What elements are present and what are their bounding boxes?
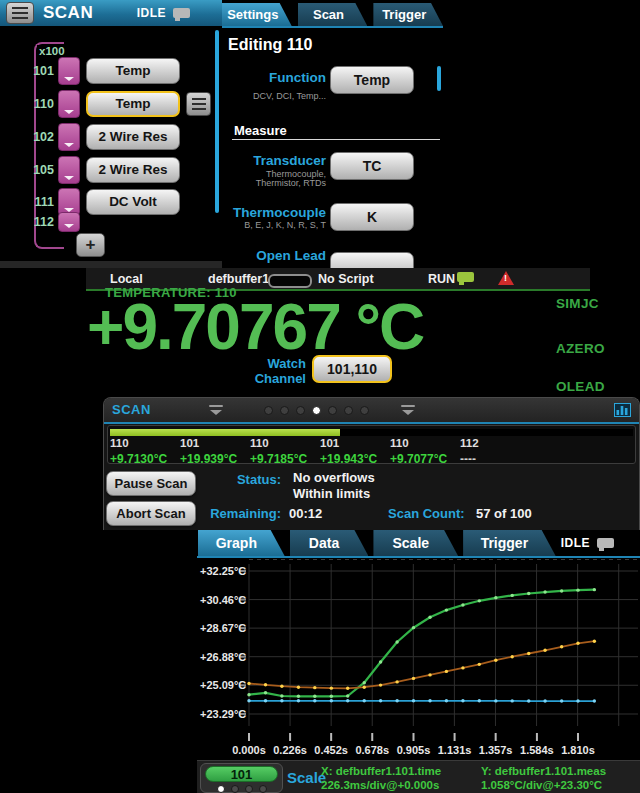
tab-scan[interactable]: Scan [298, 3, 368, 26]
function-value-button[interactable]: Temp [330, 66, 414, 94]
trigger-state: IDLE [137, 6, 190, 20]
menu-icon[interactable] [6, 2, 34, 24]
swipe-pager-dots[interactable] [264, 406, 369, 415]
annunciator-azero: AZERO [556, 341, 605, 356]
buffer-label[interactable]: defbuffer1 [208, 272, 269, 286]
reading-value: +9.7185°C [250, 452, 307, 466]
measure-section-label: Measure [234, 123, 287, 138]
svg-text:+26.88°C: +26.88°C [200, 651, 246, 663]
svg-text:0.000s: 0.000s [232, 744, 266, 756]
temperature-chart[interactable]: +32.25°C+30.46°C+28.67°C+26.88°C+25.09°C… [197, 558, 640, 760]
channel-number: 102 [0, 130, 54, 144]
mode-label[interactable]: Local [110, 272, 143, 286]
tab-trigger[interactable]: Trigger [463, 530, 556, 556]
channel-menu-icon[interactable] [186, 92, 211, 116]
watch-channel-label: Watch Channel [206, 356, 306, 386]
thermocouple-value-button[interactable]: K [330, 203, 414, 231]
swipe-down-icon[interactable] [400, 404, 416, 415]
svg-text:0.905s: 0.905s [397, 744, 431, 756]
reading-channel: 110 [250, 437, 320, 449]
y-axis-info: Y: defbuffer1.101.meas 1.058°C/div@+23.3… [481, 764, 606, 792]
reading-value: +9.7077°C [390, 452, 447, 466]
scan-readings-row: 110 +9.7130°C 101 +19.939°C 110 +9.7185°… [108, 437, 635, 467]
status-line2: Within limits [293, 486, 370, 501]
reading-channel: 112 [460, 437, 530, 449]
tab-data[interactable]: Data [290, 530, 369, 556]
channel-number: 112 [0, 215, 54, 229]
tab-underline [222, 26, 443, 28]
graph-shortcut-icon[interactable] [614, 403, 631, 417]
channel-function-button[interactable]: 2 Wire Res [86, 124, 180, 150]
script-label[interactable]: No Script [318, 272, 374, 286]
trace-green [249, 590, 594, 697]
warning-icon[interactable] [498, 271, 514, 285]
reading-channel: 101 [180, 437, 250, 449]
swipe-panel-header[interactable]: SCAN [104, 398, 639, 424]
main-reading: +9.70767 °C [87, 290, 423, 364]
scrollbar[interactable] [215, 30, 219, 213]
tab-scale[interactable]: Scale [373, 530, 458, 556]
watch-channel-button[interactable]: 101,110 [312, 355, 392, 383]
annunciator-simjc: SIMJC [556, 296, 599, 311]
channel-function-button[interactable]: DC Volt [86, 189, 180, 215]
channel-number: 101 [0, 64, 54, 78]
graph-screen: Graph Data Scale Trigger IDLE +32.25°C+3… [197, 530, 640, 793]
channel-row: 102 2 Wire Res [0, 123, 180, 150]
status-label: Status: [221, 472, 281, 487]
screen-title: SCAN [43, 3, 93, 23]
reading-cell: 101 +19.939°C [180, 437, 250, 467]
transducer-value-button[interactable]: TC [330, 152, 414, 180]
annunciator-olead: OLEAD [556, 379, 605, 394]
pager-dot [217, 785, 225, 793]
swipe-panel-title: SCAN [112, 402, 151, 417]
channel-toggle-icon[interactable] [58, 90, 80, 118]
pager-dot [360, 406, 369, 415]
editing-heading: Editing 110 [228, 36, 312, 54]
reading-value: +19.943°C [320, 452, 377, 466]
channel-function-button[interactable]: 2 Wire Res [86, 157, 180, 183]
function-sublabel: DCV, DCI, Temp... [222, 91, 326, 101]
svg-text:1.131s: 1.131s [438, 744, 472, 756]
abort-scan-button[interactable]: Abort Scan [106, 501, 196, 526]
scan-channel-screen: SCAN IDLE x100 101 Temp 110 Temp 102 2 W… [0, 0, 222, 270]
scrollbar[interactable] [437, 66, 441, 91]
remaining-label: Remaining: [208, 506, 281, 521]
svg-text:0.452s: 0.452s [314, 744, 348, 756]
section-divider [232, 139, 440, 140]
pause-scan-button[interactable]: Pause Scan [106, 471, 196, 496]
tab-trigger[interactable]: Trigger [373, 3, 443, 26]
run-flag-icon [457, 272, 474, 282]
channel-toggle-icon[interactable] [58, 57, 80, 85]
channel-number: 110 [0, 97, 54, 111]
function-label: Function [222, 70, 326, 85]
reading-value: +9.7130°C [110, 452, 167, 466]
scan-header-bar: SCAN IDLE [0, 0, 222, 26]
tab-settings[interactable]: Settings [222, 3, 292, 26]
reading-value: ---- [460, 452, 476, 466]
pager-dot [312, 406, 321, 415]
add-channel-button[interactable]: + [76, 233, 105, 257]
channel-function-button[interactable]: Temp [86, 58, 180, 84]
watch-label-line2: Channel [206, 371, 306, 386]
channel-function-button-selected[interactable]: Temp [86, 91, 180, 117]
graph-tab-bar: Graph Data Scale Trigger IDLE [198, 530, 640, 556]
open-lead-label: Open Lead [222, 248, 326, 263]
trace-channel-widget[interactable]: 101 [200, 763, 283, 793]
trace-channel-button[interactable]: 101 [205, 766, 278, 782]
pager-dot [280, 406, 289, 415]
run-label: RUN [428, 272, 455, 286]
scan-count-label: Scan Count: [388, 506, 465, 521]
reading-cell: 101 +19.943°C [320, 437, 390, 467]
channel-toggle-icon[interactable] [58, 156, 80, 184]
reading-cell: 110 +9.7077°C [390, 437, 460, 467]
swipe-down-icon[interactable] [208, 404, 224, 415]
reading-cell: 110 +9.7130°C [110, 437, 180, 467]
reading-channel: 101 [320, 437, 390, 449]
channel-toggle-icon[interactable] [58, 123, 80, 151]
watch-label-line1: Watch [206, 356, 306, 371]
tab-graph[interactable]: Graph [198, 530, 285, 556]
trace-orange [249, 641, 594, 688]
channel-toggle-icon[interactable] [58, 212, 80, 232]
pager-dot [245, 785, 253, 793]
trace-pager-dots[interactable] [201, 785, 282, 793]
